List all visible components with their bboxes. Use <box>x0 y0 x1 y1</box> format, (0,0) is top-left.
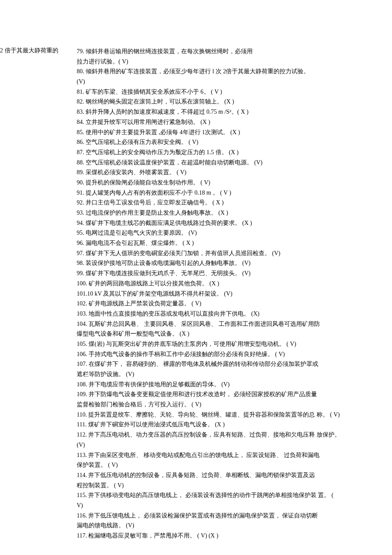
list-item: 115. 井下供移动变电站的高压馈电线上， 必须装设有选择性的动作于跳闸的单相接… <box>77 491 375 500</box>
list-item: 108. 井下电缆应带有供保护接地用的足够截面的导体。 (V) <box>77 380 375 389</box>
list-item: 保护装置。 ( V) <box>77 460 375 470</box>
list-item: 112. 井下高压电动机、动力变压器的高压控制设备，应具有短路、过负荷、接地和欠… <box>77 430 375 440</box>
list-item: (V) <box>77 440 375 450</box>
question-list: 79. 倾斜井巷运输用的钢丝绳连接装置，在每次换钢丝绳时，必须用拉力进行试验。(… <box>77 47 375 541</box>
list-item: 83. 斜井升降人员时的加速度和减速度，不得超过 0.75 m /S²。( X … <box>77 107 375 117</box>
list-item: 98. 装设保护接地可防止设备或电缆漏电引起的人身触电事故。 (V) <box>77 259 375 268</box>
list-item: 107. 在煤矿井下， 容易碰到的、 裸露的带电体及机械外露的转动和传动部分必须… <box>77 359 375 369</box>
list-item: 遮栏等防护设施。 (V) <box>77 370 375 379</box>
list-item: 116. 井下低压馈电线上， 必须装设检漏保护装置或有选择性的漏电保护装置， 保… <box>77 511 375 520</box>
list-item: 82. 钢丝绳的蝇头固定在滚筒上时，可以系在滚筒轴上。 (X ) <box>77 97 375 106</box>
list-item: 93. 过电流保护的作用主要是防止发生人身触电事故。 (X ) <box>77 208 375 218</box>
document-page: 2 倍于其最大静荷重的 79. 倾斜井巷运输用的钢丝绳连接装置，在每次换钢丝绳时… <box>0 0 392 555</box>
list-item: 86. 空气压缩机上必须有压力表和安全阀。 ( V) <box>77 138 375 147</box>
list-item: 拉力进行试验。( V) <box>77 57 375 66</box>
list-item: 84. 立井挺升绞车可以用常用闸进行紧急制动。 (X ) <box>77 118 375 127</box>
list-item: 104. 瓦斯矿井总回风巷、 主要回风巷、 采区回风巷、 工作面和工作面进回风巷… <box>77 319 375 329</box>
list-item: 94. 煤矿井下电缆主线芯的截面应满足供电线路过负荷的要求。 (X ) <box>77 219 375 228</box>
list-item: 111. 煤矿井下硐室外可以使用油浸式低压电气设备。 (X ) <box>77 420 375 429</box>
list-item: 90. 提升机的保险闸必须能自动发生制动作用。 ( V) <box>77 178 375 187</box>
list-item: 92. 井口主信号工误发信号后，应立即发正确信号。 ( X ) <box>77 198 375 207</box>
list-item: 97. 煤矿井下无人值班的变电硐室必须关门加锁，并有值班人员巡回检查。 (V) <box>77 249 375 258</box>
list-item: 79. 倾斜井巷运输用的钢丝绳连接装置，在每次换钢丝绳时，必须用 <box>77 47 375 56</box>
list-item: 91. 提人罐笼内每人占有的有效面积应不小于 0.18 m 。 ( V ) <box>77 188 375 198</box>
list-item: 117. 检漏继电器应灵敏可靠，严禁甩掉不用。 ( V) (X ) <box>77 531 375 541</box>
list-item: 103. 地面中性点直接接地的变压器或发电机可以直接向井下供电。 (X) <box>77 309 375 319</box>
list-item: 102. 矿井电源线路上严禁装设负荷定量器。 ( V) <box>77 299 375 308</box>
list-item: 爆型电气设备和矿用一般型电气设备。 (X ) <box>77 329 375 339</box>
margin-note: 2 倍于其最大静荷重的 <box>0 46 58 55</box>
list-item: 100. 矿井的两回路电源线路上可以分接其他负荷。 (X ) <box>77 279 375 288</box>
list-item: 程控制装置。 ( V) <box>77 481 375 490</box>
list-item: 89. 采煤机必须安装内、外喷雾装置。 ( V) <box>77 168 375 177</box>
list-item: 85. 使用中的矿井主要提升装置 ,必须每 4年进行 1次测试。 (X ) <box>77 128 375 137</box>
list-item: 113. 井下由采区变电所、 移动变电站或配电点引出的馈电线上， 应装设短路、 … <box>77 451 375 460</box>
list-item: 114. 井下低压电动机的控制设备，应具备短路、过负荷、单相断线、漏电闭锁保护装… <box>77 471 375 480</box>
list-item: 109. 井下防爆电气设备变更额定值使用和进行技术改造时， 必须经国家授权的矿用… <box>77 390 375 399</box>
list-item: 110. 提升装置是绞车、摩擦轮、天轮、导向轮、钢丝绳、罐道、提升容器和保险装置… <box>77 410 375 420</box>
list-item: 监督检验部门检验合格后，方可投入运行。 ( V) <box>77 400 375 409</box>
list-item: 80. 倾斜井巷用的矿车连接装置，必须至少每年进行 l 次 2倍于其最大静荷重的… <box>77 67 375 76</box>
list-item: 81. 矿车的车梁、连接插销其安全系效应不小于 6。 ( V ) <box>77 87 375 97</box>
list-item: 漏电的馈电线路。 (V) <box>77 521 375 530</box>
list-item: 99. 煤矿井下电缆连接应做到无鸡爪子、无羊尾巴、无明接头。 (V) <box>77 269 375 278</box>
list-item: 96. 漏电电流不会引起瓦斯、煤尘爆炸。 ( X ) <box>77 239 375 248</box>
list-item: 101.10 kV 及其以下的矿井架空电源线路不得共杆架设。 (V) <box>77 289 375 299</box>
list-item: (V) <box>77 77 375 86</box>
list-item: 105. 煤(岩) 与瓦斯突出矿井的井底车场的主泵房内，可使用矿用增安型电动机。… <box>77 339 375 349</box>
list-item: 106. 手持式电气设备的操作手柄和工作中必须接触的部分必须有良好绝缘。 ( V… <box>77 350 375 359</box>
list-item: 88. 空气压缩机必须装设温度保护装置，在超温时能自动切断电源。 (V) <box>77 158 375 167</box>
list-item: V) <box>77 501 375 510</box>
list-item: 95. 电网过流是引起电气火灾的主要原因。 (V) <box>77 228 375 238</box>
list-item: 87. 空气压缩机上的安全阀动作压力为颓定压力的 1.5 倍。 (X ) <box>77 148 375 157</box>
